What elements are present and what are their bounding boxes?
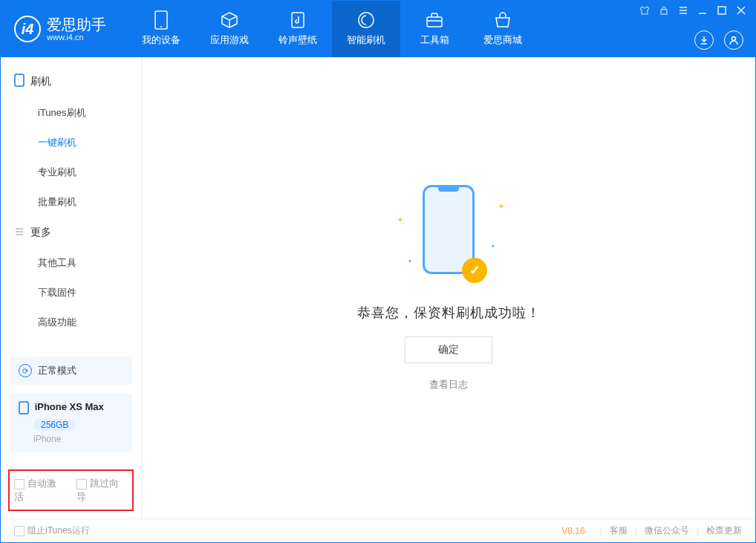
sidebar-group-flash: 刷机 <box>1 65 141 98</box>
device-name: iPhone XS Max <box>35 401 104 412</box>
app-site: www.i4.cn <box>47 33 106 42</box>
sidebar-item-onekey[interactable]: 一键刷机 <box>1 128 141 157</box>
mode-label: 正常模式 <box>38 364 76 377</box>
svg-rect-5 <box>718 7 726 14</box>
nav-my-device[interactable]: 我的设备 <box>127 1 195 57</box>
svg-rect-8 <box>19 402 28 414</box>
success-message: 恭喜您，保资料刷机成功啦！ <box>357 304 541 322</box>
sidebar-item-firmware[interactable]: 下载固件 <box>1 278 141 308</box>
device-type: iPhone <box>33 434 123 444</box>
maximize-icon[interactable] <box>717 5 729 17</box>
ok-button[interactable]: 确定 <box>405 336 492 363</box>
nav-flash[interactable]: 智能刷机 <box>332 1 400 57</box>
skip-guide-checkbox[interactable]: 跳过向导 <box>76 477 128 504</box>
device-storage-badge: 256GB <box>33 419 76 431</box>
flash-options-highlight: 自动激活 跳过向导 <box>8 469 134 511</box>
auto-activate-checkbox[interactable]: 自动激活 <box>14 477 66 504</box>
top-nav: 我的设备 应用游戏 铃声壁纸 智能刷机 工具箱 爱思商城 <box>127 1 537 57</box>
svg-rect-2 <box>292 13 304 27</box>
sidebar-item-other[interactable]: 其他工具 <box>1 248 141 278</box>
sparkle-icon: ✦ <box>397 215 404 225</box>
check-icon: ✓ <box>462 258 487 283</box>
nav-label: 铃声壁纸 <box>278 33 317 47</box>
nav-label: 智能刷机 <box>347 33 385 47</box>
cube-icon <box>221 11 238 29</box>
svg-rect-3 <box>427 17 442 27</box>
shirt-icon[interactable] <box>639 5 651 17</box>
user-icon[interactable] <box>724 30 743 50</box>
music-icon <box>289 11 307 29</box>
device-icon <box>152 11 170 29</box>
nav-toolbox[interactable]: 工具箱 <box>400 1 469 57</box>
sidebar-group-more: 更多 <box>1 217 141 248</box>
svg-point-1 <box>160 26 162 27</box>
nav-store[interactable]: 爱思商城 <box>469 1 537 57</box>
sparkle-icon: • <box>408 256 411 267</box>
shield-icon <box>357 11 375 29</box>
view-log-link[interactable]: 查看日志 <box>429 378 468 391</box>
sidebar-item-advanced[interactable]: 高级功能 <box>1 308 141 337</box>
sidebar-item-itunes[interactable]: iTunes刷机 <box>1 98 141 128</box>
device-icon <box>19 401 29 412</box>
sparkle-icon: ✦ <box>498 201 505 212</box>
group-title: 刷机 <box>30 75 51 88</box>
logo: i4 爱思助手 www.i4.cn <box>1 16 120 42</box>
nav-label: 工具箱 <box>420 33 449 47</box>
svg-rect-4 <box>661 10 667 14</box>
nav-label: 爱思商城 <box>483 33 522 47</box>
nav-apps[interactable]: 应用游戏 <box>195 1 264 57</box>
mode-icon: ⟳ <box>19 364 32 377</box>
main-content: ✦ ✦ • • ✓ 恭喜您，保资料刷机成功啦！ 确定 查看日志 <box>142 57 755 518</box>
svg-point-6 <box>732 37 736 41</box>
sidebar-item-pro[interactable]: 专业刷机 <box>1 157 141 187</box>
block-itunes-checkbox[interactable]: 阻止iTunes运行 <box>14 524 90 537</box>
list-icon <box>14 227 25 239</box>
store-icon <box>494 11 512 29</box>
device-card[interactable]: iPhone XS Max 256GB iPhone <box>10 394 132 452</box>
app-title: 爱思助手 <box>47 16 106 33</box>
nav-ringtone[interactable]: 铃声壁纸 <box>264 1 332 57</box>
sidebar-item-batch[interactable]: 批量刷机 <box>1 187 141 217</box>
logo-icon: i4 <box>14 16 41 42</box>
nav-label: 我的设备 <box>142 33 180 47</box>
app-window: i4 爱思助手 www.i4.cn 我的设备 应用游戏 铃声壁纸 智能刷机 <box>0 0 756 543</box>
mode-card[interactable]: ⟳ 正常模式 <box>10 357 132 385</box>
window-controls <box>639 5 748 17</box>
menu-icon[interactable] <box>678 5 690 17</box>
sidebar: 刷机 iTunes刷机 一键刷机 专业刷机 批量刷机 更多 其他工具 下载固件 … <box>1 57 142 518</box>
lock-icon[interactable] <box>659 5 671 17</box>
nav-label: 应用游戏 <box>210 33 249 47</box>
wechat-link[interactable]: 微信公众号 <box>645 524 689 537</box>
footer: 阻止iTunes运行 V8.16 | 客服 | 微信公众号 | 检查更新 <box>1 518 755 542</box>
phone-icon <box>14 74 25 89</box>
support-link[interactable]: 客服 <box>610 524 628 537</box>
close-icon[interactable] <box>736 5 748 17</box>
toolbox-icon <box>426 11 443 29</box>
minimize-icon[interactable] <box>697 5 709 17</box>
version-label: V8.16 <box>561 526 584 536</box>
group-title: 更多 <box>30 226 51 239</box>
header: i4 爱思助手 www.i4.cn 我的设备 应用游戏 铃声壁纸 智能刷机 <box>1 1 755 57</box>
sparkle-icon: • <box>492 241 495 252</box>
update-link[interactable]: 检查更新 <box>706 524 742 537</box>
body: 刷机 iTunes刷机 一键刷机 专业刷机 批量刷机 更多 其他工具 下载固件 … <box>1 57 755 518</box>
download-icon[interactable] <box>694 30 714 50</box>
svg-rect-7 <box>15 74 24 86</box>
success-illustration: ✦ ✦ • • ✓ <box>382 185 515 289</box>
